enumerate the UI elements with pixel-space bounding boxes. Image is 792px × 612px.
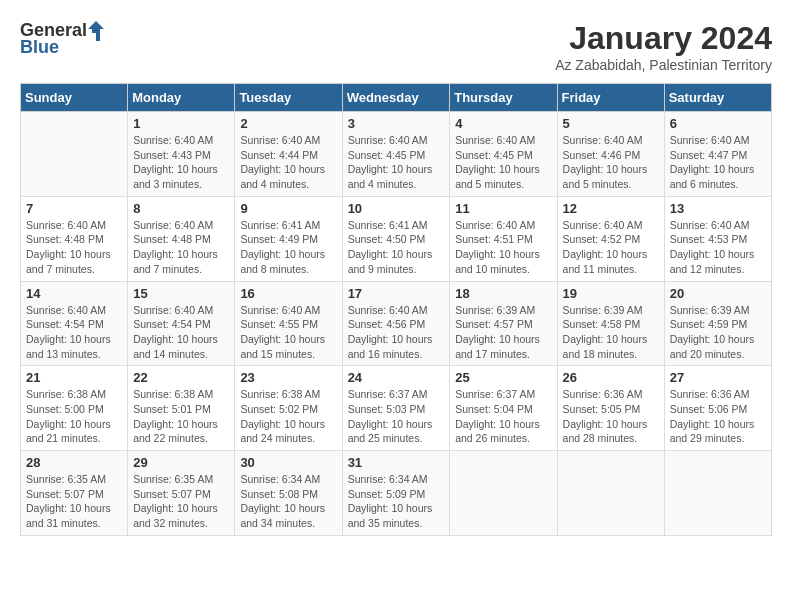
day-info: Sunrise: 6:34 AMSunset: 5:09 PMDaylight:… — [348, 472, 445, 531]
day-number: 11 — [455, 201, 551, 216]
day-info: Sunrise: 6:40 AMSunset: 4:53 PMDaylight:… — [670, 218, 766, 277]
day-info: Sunrise: 6:35 AMSunset: 5:07 PMDaylight:… — [26, 472, 122, 531]
day-number: 26 — [563, 370, 659, 385]
svg-marker-0 — [88, 21, 104, 41]
day-info: Sunrise: 6:40 AMSunset: 4:48 PMDaylight:… — [133, 218, 229, 277]
day-number: 9 — [240, 201, 336, 216]
calendar-cell — [664, 451, 771, 536]
day-info: Sunrise: 6:40 AMSunset: 4:56 PMDaylight:… — [348, 303, 445, 362]
calendar-cell: 15Sunrise: 6:40 AMSunset: 4:54 PMDayligh… — [128, 281, 235, 366]
calendar-cell: 7Sunrise: 6:40 AMSunset: 4:48 PMDaylight… — [21, 196, 128, 281]
page-header: General Blue January 2024 Az Zababidah, … — [20, 20, 772, 73]
day-number: 8 — [133, 201, 229, 216]
day-info: Sunrise: 6:40 AMSunset: 4:45 PMDaylight:… — [348, 133, 445, 192]
calendar-week-row: 28Sunrise: 6:35 AMSunset: 5:07 PMDayligh… — [21, 451, 772, 536]
calendar-cell: 3Sunrise: 6:40 AMSunset: 4:45 PMDaylight… — [342, 112, 450, 197]
day-number: 3 — [348, 116, 445, 131]
calendar-table: SundayMondayTuesdayWednesdayThursdayFrid… — [20, 83, 772, 536]
day-number: 28 — [26, 455, 122, 470]
day-info: Sunrise: 6:40 AMSunset: 4:51 PMDaylight:… — [455, 218, 551, 277]
day-info: Sunrise: 6:36 AMSunset: 5:05 PMDaylight:… — [563, 387, 659, 446]
day-info: Sunrise: 6:39 AMSunset: 4:58 PMDaylight:… — [563, 303, 659, 362]
day-number: 16 — [240, 286, 336, 301]
day-number: 30 — [240, 455, 336, 470]
day-info: Sunrise: 6:40 AMSunset: 4:46 PMDaylight:… — [563, 133, 659, 192]
calendar-cell: 13Sunrise: 6:40 AMSunset: 4:53 PMDayligh… — [664, 196, 771, 281]
calendar-week-row: 1Sunrise: 6:40 AMSunset: 4:43 PMDaylight… — [21, 112, 772, 197]
column-header-monday: Monday — [128, 84, 235, 112]
day-info: Sunrise: 6:40 AMSunset: 4:55 PMDaylight:… — [240, 303, 336, 362]
day-number: 25 — [455, 370, 551, 385]
calendar-cell: 22Sunrise: 6:38 AMSunset: 5:01 PMDayligh… — [128, 366, 235, 451]
day-info: Sunrise: 6:37 AMSunset: 5:03 PMDaylight:… — [348, 387, 445, 446]
day-number: 4 — [455, 116, 551, 131]
column-header-friday: Friday — [557, 84, 664, 112]
calendar-cell: 29Sunrise: 6:35 AMSunset: 5:07 PMDayligh… — [128, 451, 235, 536]
day-number: 20 — [670, 286, 766, 301]
calendar-cell: 18Sunrise: 6:39 AMSunset: 4:57 PMDayligh… — [450, 281, 557, 366]
calendar-cell: 6Sunrise: 6:40 AMSunset: 4:47 PMDaylight… — [664, 112, 771, 197]
day-number: 5 — [563, 116, 659, 131]
day-number: 10 — [348, 201, 445, 216]
day-info: Sunrise: 6:40 AMSunset: 4:44 PMDaylight:… — [240, 133, 336, 192]
day-number: 14 — [26, 286, 122, 301]
column-header-thursday: Thursday — [450, 84, 557, 112]
calendar-cell — [557, 451, 664, 536]
day-number: 6 — [670, 116, 766, 131]
day-number: 1 — [133, 116, 229, 131]
title-area: January 2024 Az Zababidah, Palestinian T… — [555, 20, 772, 73]
day-info: Sunrise: 6:40 AMSunset: 4:54 PMDaylight:… — [133, 303, 229, 362]
day-number: 18 — [455, 286, 551, 301]
calendar-cell: 5Sunrise: 6:40 AMSunset: 4:46 PMDaylight… — [557, 112, 664, 197]
day-info: Sunrise: 6:41 AMSunset: 4:50 PMDaylight:… — [348, 218, 445, 277]
day-info: Sunrise: 6:40 AMSunset: 4:48 PMDaylight:… — [26, 218, 122, 277]
day-number: 21 — [26, 370, 122, 385]
day-number: 27 — [670, 370, 766, 385]
column-header-sunday: Sunday — [21, 84, 128, 112]
calendar-cell: 16Sunrise: 6:40 AMSunset: 4:55 PMDayligh… — [235, 281, 342, 366]
day-number: 22 — [133, 370, 229, 385]
day-info: Sunrise: 6:40 AMSunset: 4:47 PMDaylight:… — [670, 133, 766, 192]
calendar-cell — [21, 112, 128, 197]
column-header-tuesday: Tuesday — [235, 84, 342, 112]
calendar-cell: 19Sunrise: 6:39 AMSunset: 4:58 PMDayligh… — [557, 281, 664, 366]
calendar-cell: 31Sunrise: 6:34 AMSunset: 5:09 PMDayligh… — [342, 451, 450, 536]
day-number: 24 — [348, 370, 445, 385]
calendar-cell: 10Sunrise: 6:41 AMSunset: 4:50 PMDayligh… — [342, 196, 450, 281]
day-info: Sunrise: 6:36 AMSunset: 5:06 PMDaylight:… — [670, 387, 766, 446]
calendar-cell: 21Sunrise: 6:38 AMSunset: 5:00 PMDayligh… — [21, 366, 128, 451]
calendar-cell: 20Sunrise: 6:39 AMSunset: 4:59 PMDayligh… — [664, 281, 771, 366]
calendar-cell: 4Sunrise: 6:40 AMSunset: 4:45 PMDaylight… — [450, 112, 557, 197]
calendar-cell: 12Sunrise: 6:40 AMSunset: 4:52 PMDayligh… — [557, 196, 664, 281]
day-number: 2 — [240, 116, 336, 131]
day-number: 17 — [348, 286, 445, 301]
calendar-week-row: 21Sunrise: 6:38 AMSunset: 5:00 PMDayligh… — [21, 366, 772, 451]
calendar-cell: 27Sunrise: 6:36 AMSunset: 5:06 PMDayligh… — [664, 366, 771, 451]
calendar-cell — [450, 451, 557, 536]
day-info: Sunrise: 6:34 AMSunset: 5:08 PMDaylight:… — [240, 472, 336, 531]
day-info: Sunrise: 6:40 AMSunset: 4:43 PMDaylight:… — [133, 133, 229, 192]
day-number: 31 — [348, 455, 445, 470]
day-info: Sunrise: 6:38 AMSunset: 5:00 PMDaylight:… — [26, 387, 122, 446]
calendar-cell: 24Sunrise: 6:37 AMSunset: 5:03 PMDayligh… — [342, 366, 450, 451]
day-info: Sunrise: 6:40 AMSunset: 4:54 PMDaylight:… — [26, 303, 122, 362]
calendar-cell: 23Sunrise: 6:38 AMSunset: 5:02 PMDayligh… — [235, 366, 342, 451]
calendar-cell: 14Sunrise: 6:40 AMSunset: 4:54 PMDayligh… — [21, 281, 128, 366]
location: Az Zababidah, Palestinian Territory — [555, 57, 772, 73]
calendar-cell: 11Sunrise: 6:40 AMSunset: 4:51 PMDayligh… — [450, 196, 557, 281]
column-header-wednesday: Wednesday — [342, 84, 450, 112]
day-info: Sunrise: 6:40 AMSunset: 4:52 PMDaylight:… — [563, 218, 659, 277]
calendar-week-row: 14Sunrise: 6:40 AMSunset: 4:54 PMDayligh… — [21, 281, 772, 366]
day-number: 29 — [133, 455, 229, 470]
calendar-cell: 30Sunrise: 6:34 AMSunset: 5:08 PMDayligh… — [235, 451, 342, 536]
day-info: Sunrise: 6:35 AMSunset: 5:07 PMDaylight:… — [133, 472, 229, 531]
day-number: 23 — [240, 370, 336, 385]
day-number: 19 — [563, 286, 659, 301]
day-number: 13 — [670, 201, 766, 216]
day-info: Sunrise: 6:39 AMSunset: 4:57 PMDaylight:… — [455, 303, 551, 362]
day-number: 12 — [563, 201, 659, 216]
calendar-cell: 26Sunrise: 6:36 AMSunset: 5:05 PMDayligh… — [557, 366, 664, 451]
calendar-header-row: SundayMondayTuesdayWednesdayThursdayFrid… — [21, 84, 772, 112]
day-info: Sunrise: 6:39 AMSunset: 4:59 PMDaylight:… — [670, 303, 766, 362]
day-info: Sunrise: 6:38 AMSunset: 5:02 PMDaylight:… — [240, 387, 336, 446]
